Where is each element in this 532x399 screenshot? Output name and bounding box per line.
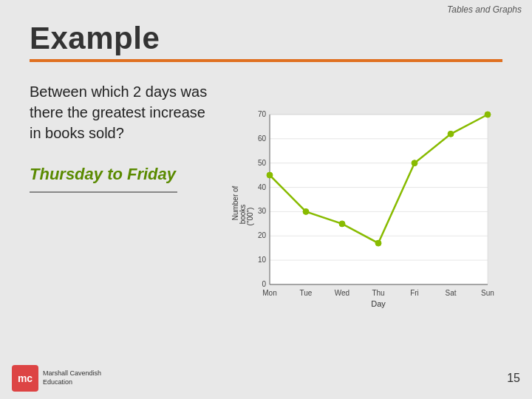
logo-icon: mc bbox=[12, 365, 38, 392]
title-section: Example bbox=[30, 21, 502, 62]
header-title: Tables and Graphs bbox=[437, 0, 532, 19]
svg-point-36 bbox=[485, 112, 491, 117]
svg-point-30 bbox=[267, 172, 273, 178]
svg-text:Wed: Wed bbox=[335, 289, 349, 297]
svg-text:Fri: Fri bbox=[410, 289, 419, 297]
svg-point-33 bbox=[375, 240, 381, 246]
logo-line2: Education bbox=[43, 378, 101, 387]
svg-text:50: 50 bbox=[258, 159, 267, 167]
svg-rect-0 bbox=[270, 115, 488, 284]
logo-area: mc Marshall Cavendish Education bbox=[12, 365, 101, 392]
svg-text:0: 0 bbox=[262, 280, 266, 288]
answer-underline bbox=[30, 191, 177, 193]
question-text: Between which 2 days was there the great… bbox=[30, 81, 214, 143]
svg-point-35 bbox=[448, 131, 454, 137]
header-title-text: Tables and Graphs bbox=[447, 4, 522, 15]
svg-text:30: 30 bbox=[258, 207, 267, 215]
left-panel: Between which 2 days was there the great… bbox=[30, 81, 214, 355]
svg-text:Day: Day bbox=[371, 299, 386, 308]
svg-text:20: 20 bbox=[258, 231, 267, 239]
svg-point-32 bbox=[339, 221, 345, 227]
page-number: 15 bbox=[507, 372, 520, 385]
svg-text:Mon: Mon bbox=[262, 289, 276, 297]
svg-point-31 bbox=[303, 208, 309, 214]
content-area: Between which 2 days was there the great… bbox=[30, 81, 502, 355]
svg-text:Sun: Sun bbox=[481, 289, 494, 297]
svg-text:Thu: Thu bbox=[372, 289, 384, 297]
logo-text: Marshall Cavendish Education bbox=[43, 369, 101, 386]
svg-text:("00"): ("00") bbox=[246, 208, 254, 226]
svg-text:40: 40 bbox=[258, 183, 267, 191]
svg-text:60: 60 bbox=[258, 134, 267, 143]
svg-text:10: 10 bbox=[258, 256, 267, 264]
answer-text: Thursday to Friday bbox=[30, 164, 214, 185]
svg-point-34 bbox=[412, 160, 417, 166]
slide: Tables and Graphs Example Between which … bbox=[0, 0, 532, 399]
chart-area: 70 60 50 40 30 20 10 0 Number of books (… bbox=[229, 81, 502, 355]
slide-title: Example bbox=[30, 21, 502, 56]
svg-text:70: 70 bbox=[258, 110, 267, 118]
footer: mc Marshall Cavendish Education 15 bbox=[0, 365, 532, 392]
svg-text:Sat: Sat bbox=[445, 289, 456, 297]
logo-abbr: mc bbox=[18, 372, 33, 384]
line-chart: 70 60 50 40 30 20 10 0 Number of books (… bbox=[229, 81, 502, 355]
svg-text:Tue: Tue bbox=[300, 289, 313, 297]
logo-line1: Marshall Cavendish bbox=[43, 369, 101, 378]
orange-divider bbox=[30, 59, 502, 62]
